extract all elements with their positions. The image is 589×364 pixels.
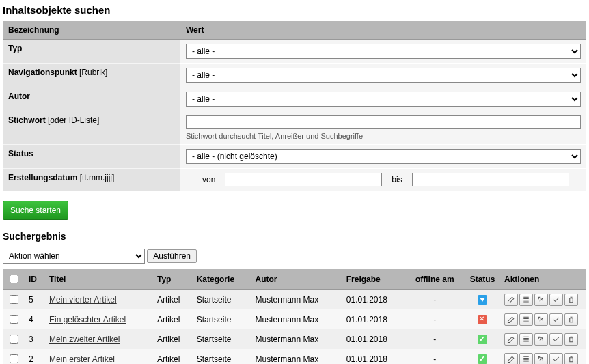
edit-icon[interactable] xyxy=(504,353,518,365)
batch-execute-button[interactable]: Ausführen xyxy=(147,249,197,263)
page-title: Inhaltsobjekte suchen xyxy=(3,4,586,16)
search-submit-button[interactable]: Suche starten xyxy=(3,201,68,220)
list-icon[interactable] xyxy=(519,333,533,346)
date-bis-input[interactable] xyxy=(412,173,569,186)
row-typ: Artikel xyxy=(153,309,193,329)
row-typ: Artikel xyxy=(153,290,193,310)
row-typ: Artikel xyxy=(153,349,193,364)
status-blue-icon xyxy=(478,295,487,305)
table-row: 5Mein vierter ArtikelArtikelStartseiteMu… xyxy=(3,290,586,310)
row-autor: Mustermann Max xyxy=(251,290,342,310)
delete-icon[interactable] xyxy=(564,353,578,365)
row-title-link[interactable]: Ein gelöschter Artikel xyxy=(49,315,126,324)
row-id: 2 xyxy=(25,349,45,364)
row-freigabe: 01.01.2018 xyxy=(342,329,405,349)
delete-icon[interactable] xyxy=(564,333,578,346)
list-icon[interactable] xyxy=(519,313,533,326)
row-checkbox[interactable] xyxy=(10,354,18,363)
list-icon[interactable] xyxy=(519,294,533,306)
filter-select-status[interactable]: - alle - (nicht gelöschte) xyxy=(186,149,581,164)
header-titel[interactable]: Titel xyxy=(49,275,66,284)
row-offline: - xyxy=(405,349,465,364)
edit-icon[interactable] xyxy=(504,333,518,346)
filter-label-typ: Typ xyxy=(3,40,180,64)
filter-select-typ[interactable]: - alle - xyxy=(186,44,581,59)
approve-icon[interactable] xyxy=(549,333,563,346)
filter-label-erstellung: Erstellungsdatum [tt.mm.jjjj] xyxy=(3,169,180,191)
date-bis-label: bis xyxy=(392,175,402,184)
filter-table: Bezeichnung Wert Typ - alle - Navigation… xyxy=(3,21,586,191)
row-offline: - xyxy=(405,329,465,349)
edit-icon[interactable] xyxy=(504,313,518,326)
header-typ[interactable]: Typ xyxy=(157,275,171,284)
row-id: 3 xyxy=(25,329,45,349)
row-id: 4 xyxy=(25,309,45,329)
results-table: ID Titel Typ Kategorie Autor Freigabe of… xyxy=(3,269,586,364)
row-title-link[interactable]: Mein erster Artikel xyxy=(49,354,115,364)
row-offline: - xyxy=(405,290,465,310)
row-checkbox[interactable] xyxy=(10,335,18,344)
header-id[interactable]: ID xyxy=(29,275,37,284)
delete-icon[interactable] xyxy=(564,313,578,326)
row-kategorie: Startseite xyxy=(193,309,251,329)
status-green-icon xyxy=(478,354,487,364)
date-von-label: von xyxy=(202,175,215,184)
header-aktionen: Aktionen xyxy=(500,269,586,290)
approve-icon[interactable] xyxy=(549,313,563,326)
filter-header-value: Wert xyxy=(180,21,586,40)
filter-label-nav: Navigationspunkt [Rubrik] xyxy=(3,64,180,87)
approve-icon[interactable] xyxy=(549,294,563,306)
filter-hint-stichwort: Stichwort durchsucht Titel, Anreißer und… xyxy=(186,132,581,140)
status-red-icon xyxy=(478,315,487,324)
list-icon[interactable] xyxy=(519,353,533,365)
select-all-checkbox[interactable] xyxy=(10,275,18,283)
row-title-link[interactable]: Mein vierter Artikel xyxy=(49,295,117,305)
batch-action-select[interactable]: Aktion wählen xyxy=(3,249,145,264)
row-typ: Artikel xyxy=(153,329,193,349)
open-link-icon[interactable] xyxy=(534,333,548,346)
open-link-icon[interactable] xyxy=(534,313,548,326)
row-autor: Mustermann Max xyxy=(251,349,342,364)
header-kategorie[interactable]: Kategorie xyxy=(197,275,234,284)
open-link-icon[interactable] xyxy=(534,353,548,365)
row-title-link[interactable]: Mein zweiter Artikel xyxy=(49,335,120,344)
row-kategorie: Startseite xyxy=(193,349,251,364)
edit-icon[interactable] xyxy=(504,294,518,306)
results-title: Suchergebnis xyxy=(3,231,586,242)
filter-label-status: Status xyxy=(3,145,180,169)
header-freigabe[interactable]: Freigabe xyxy=(346,275,381,284)
status-green-icon xyxy=(478,335,487,344)
filter-header-label: Bezeichnung xyxy=(3,21,180,40)
header-status: Status xyxy=(465,269,500,290)
row-freigabe: 01.01.2018 xyxy=(342,349,405,364)
row-freigabe: 01.01.2018 xyxy=(342,290,405,310)
table-row: 4Ein gelöschter ArtikelArtikelStartseite… xyxy=(3,309,586,329)
table-row: 3Mein zweiter ArtikelArtikelStartseiteMu… xyxy=(3,329,586,349)
row-offline: - xyxy=(405,309,465,329)
filter-input-stichwort[interactable] xyxy=(186,115,581,129)
row-id: 5 xyxy=(25,290,45,310)
header-offline[interactable]: offline am xyxy=(415,275,454,284)
row-freigabe: 01.01.2018 xyxy=(342,309,405,329)
batch-action-bar: Aktion wählen Ausführen xyxy=(3,249,586,264)
date-von-input[interactable] xyxy=(225,173,382,186)
open-link-icon[interactable] xyxy=(534,294,548,306)
filter-label-stichwort: Stichwort [oder ID-Liste] xyxy=(3,111,180,145)
row-checkbox[interactable] xyxy=(10,315,18,324)
filter-select-nav[interactable]: - alle - xyxy=(186,68,581,83)
delete-icon[interactable] xyxy=(564,294,578,306)
row-autor: Mustermann Max xyxy=(251,329,342,349)
row-kategorie: Startseite xyxy=(193,290,251,310)
row-kategorie: Startseite xyxy=(193,329,251,349)
filter-label-autor: Autor xyxy=(3,87,180,111)
filter-select-autor[interactable]: - alle - xyxy=(186,92,581,107)
header-autor[interactable]: Autor xyxy=(255,275,277,284)
row-checkbox[interactable] xyxy=(10,295,18,304)
approve-icon[interactable] xyxy=(549,353,563,365)
table-row: 2Mein erster ArtikelArtikelStartseiteMus… xyxy=(3,349,586,364)
row-autor: Mustermann Max xyxy=(251,309,342,329)
